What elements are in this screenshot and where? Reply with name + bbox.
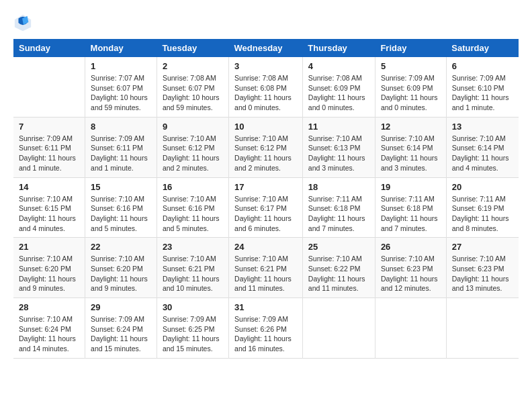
day-info: Sunrise: 7:10 AM Sunset: 6:17 PM Dayligh… <box>234 194 297 234</box>
calendar-cell: 23Sunrise: 7:10 AM Sunset: 6:21 PM Dayli… <box>157 238 228 298</box>
day-info: Sunrise: 7:09 AM Sunset: 6:11 PM Dayligh… <box>91 134 151 173</box>
calendar-cell <box>302 298 375 359</box>
calendar-cell <box>446 298 519 359</box>
calendar-cell: 26Sunrise: 7:10 AM Sunset: 6:23 PM Dayli… <box>375 238 446 298</box>
day-number: 23 <box>163 242 223 252</box>
day-number: 18 <box>308 182 369 192</box>
calendar-cell: 17Sunrise: 7:10 AM Sunset: 6:17 PM Dayli… <box>229 177 303 238</box>
day-info: Sunrise: 7:10 AM Sunset: 6:14 PM Dayligh… <box>452 134 513 173</box>
day-info: Sunrise: 7:10 AM Sunset: 6:14 PM Dayligh… <box>381 134 441 173</box>
calendar-cell: 4Sunrise: 7:08 AM Sunset: 6:09 PM Daylig… <box>302 57 375 117</box>
calendar-header: SundayMondayTuesdayWednesdayThursdayFrid… <box>13 39 519 57</box>
calendar-cell: 29Sunrise: 7:09 AM Sunset: 6:24 PM Dayli… <box>85 298 157 359</box>
day-info: Sunrise: 7:09 AM Sunset: 6:09 PM Dayligh… <box>381 73 441 113</box>
day-info: Sunrise: 7:10 AM Sunset: 6:15 PM Dayligh… <box>19 194 79 234</box>
day-info: Sunrise: 7:09 AM Sunset: 6:25 PM Dayligh… <box>163 314 223 354</box>
day-number: 2 <box>163 61 223 71</box>
calendar-cell: 24Sunrise: 7:10 AM Sunset: 6:21 PM Dayli… <box>229 238 303 298</box>
day-info: Sunrise: 7:09 AM Sunset: 6:10 PM Dayligh… <box>452 73 513 113</box>
day-number: 10 <box>234 122 297 132</box>
day-info: Sunrise: 7:10 AM Sunset: 6:16 PM Dayligh… <box>91 194 151 234</box>
calendar-cell: 12Sunrise: 7:10 AM Sunset: 6:14 PM Dayli… <box>375 117 446 177</box>
calendar-cell <box>13 57 85 117</box>
day-info: Sunrise: 7:10 AM Sunset: 6:24 PM Dayligh… <box>19 314 79 354</box>
day-number: 28 <box>19 302 79 312</box>
day-number: 14 <box>19 182 79 192</box>
calendar-cell: 8Sunrise: 7:09 AM Sunset: 6:11 PM Daylig… <box>85 117 157 177</box>
day-number: 22 <box>91 242 151 252</box>
day-info: Sunrise: 7:08 AM Sunset: 6:09 PM Dayligh… <box>308 73 369 113</box>
day-number: 19 <box>381 182 441 192</box>
calendar-cell: 9Sunrise: 7:10 AM Sunset: 6:12 PM Daylig… <box>157 117 228 177</box>
day-number: 7 <box>19 122 79 132</box>
logo-icon <box>13 13 32 32</box>
col-header-tuesday: Tuesday <box>157 39 228 57</box>
day-number: 24 <box>234 242 297 252</box>
day-number: 30 <box>163 302 223 312</box>
day-info: Sunrise: 7:11 AM Sunset: 6:18 PM Dayligh… <box>308 194 369 234</box>
day-info: Sunrise: 7:11 AM Sunset: 6:19 PM Dayligh… <box>452 194 513 234</box>
day-number: 26 <box>381 242 441 252</box>
calendar-cell: 1Sunrise: 7:07 AM Sunset: 6:07 PM Daylig… <box>85 57 157 117</box>
day-number: 6 <box>452 61 513 71</box>
week-row: 14Sunrise: 7:10 AM Sunset: 6:15 PM Dayli… <box>13 177 519 238</box>
page-header <box>13 13 519 32</box>
calendar-cell: 7Sunrise: 7:09 AM Sunset: 6:11 PM Daylig… <box>13 117 85 177</box>
calendar-cell: 13Sunrise: 7:10 AM Sunset: 6:14 PM Dayli… <box>446 117 519 177</box>
col-header-thursday: Thursday <box>302 39 375 57</box>
day-number: 9 <box>163 122 223 132</box>
day-info: Sunrise: 7:10 AM Sunset: 6:12 PM Dayligh… <box>234 134 297 173</box>
col-header-saturday: Saturday <box>446 39 519 57</box>
day-number: 29 <box>91 302 151 312</box>
day-info: Sunrise: 7:10 AM Sunset: 6:21 PM Dayligh… <box>163 254 223 293</box>
day-number: 16 <box>163 182 223 192</box>
calendar-cell: 10Sunrise: 7:10 AM Sunset: 6:12 PM Dayli… <box>229 117 303 177</box>
day-number: 20 <box>452 182 513 192</box>
day-info: Sunrise: 7:10 AM Sunset: 6:20 PM Dayligh… <box>91 254 151 293</box>
calendar-cell: 20Sunrise: 7:11 AM Sunset: 6:19 PM Dayli… <box>446 177 519 238</box>
calendar-cell: 22Sunrise: 7:10 AM Sunset: 6:20 PM Dayli… <box>85 238 157 298</box>
week-row: 28Sunrise: 7:10 AM Sunset: 6:24 PM Dayli… <box>13 298 519 359</box>
day-info: Sunrise: 7:10 AM Sunset: 6:20 PM Dayligh… <box>19 254 79 293</box>
calendar-cell: 28Sunrise: 7:10 AM Sunset: 6:24 PM Dayli… <box>13 298 85 359</box>
day-number: 12 <box>381 122 441 132</box>
calendar-cell: 31Sunrise: 7:09 AM Sunset: 6:26 PM Dayli… <box>229 298 303 359</box>
day-number: 8 <box>91 122 151 132</box>
day-number: 1 <box>91 61 151 71</box>
day-number: 21 <box>19 242 79 252</box>
logo <box>13 13 35 32</box>
calendar-cell: 16Sunrise: 7:10 AM Sunset: 6:16 PM Dayli… <box>157 177 228 238</box>
day-number: 13 <box>452 122 513 132</box>
calendar-cell: 11Sunrise: 7:10 AM Sunset: 6:13 PM Dayli… <box>302 117 375 177</box>
day-info: Sunrise: 7:11 AM Sunset: 6:18 PM Dayligh… <box>381 194 441 234</box>
day-number: 5 <box>381 61 441 71</box>
col-header-monday: Monday <box>85 39 157 57</box>
day-info: Sunrise: 7:09 AM Sunset: 6:24 PM Dayligh… <box>91 314 151 354</box>
calendar-cell: 3Sunrise: 7:08 AM Sunset: 6:08 PM Daylig… <box>229 57 303 117</box>
day-number: 15 <box>91 182 151 192</box>
day-number: 17 <box>234 182 297 192</box>
day-info: Sunrise: 7:10 AM Sunset: 6:23 PM Dayligh… <box>381 254 441 293</box>
col-header-friday: Friday <box>375 39 446 57</box>
day-info: Sunrise: 7:09 AM Sunset: 6:26 PM Dayligh… <box>234 314 297 354</box>
calendar-table: SundayMondayTuesdayWednesdayThursdayFrid… <box>13 39 519 359</box>
day-info: Sunrise: 7:07 AM Sunset: 6:07 PM Dayligh… <box>91 73 151 113</box>
day-info: Sunrise: 7:10 AM Sunset: 6:16 PM Dayligh… <box>163 194 223 234</box>
day-info: Sunrise: 7:10 AM Sunset: 6:23 PM Dayligh… <box>452 254 513 293</box>
day-number: 31 <box>234 302 297 312</box>
calendar-cell: 15Sunrise: 7:10 AM Sunset: 6:16 PM Dayli… <box>85 177 157 238</box>
calendar-cell: 14Sunrise: 7:10 AM Sunset: 6:15 PM Dayli… <box>13 177 85 238</box>
day-number: 25 <box>308 242 369 252</box>
week-row: 21Sunrise: 7:10 AM Sunset: 6:20 PM Dayli… <box>13 238 519 298</box>
calendar-cell: 19Sunrise: 7:11 AM Sunset: 6:18 PM Dayli… <box>375 177 446 238</box>
calendar-cell: 18Sunrise: 7:11 AM Sunset: 6:18 PM Dayli… <box>302 177 375 238</box>
day-info: Sunrise: 7:10 AM Sunset: 6:12 PM Dayligh… <box>163 134 223 173</box>
calendar-cell: 30Sunrise: 7:09 AM Sunset: 6:25 PM Dayli… <box>157 298 228 359</box>
calendar-cell: 5Sunrise: 7:09 AM Sunset: 6:09 PM Daylig… <box>375 57 446 117</box>
calendar-cell: 27Sunrise: 7:10 AM Sunset: 6:23 PM Dayli… <box>446 238 519 298</box>
day-number: 27 <box>452 242 513 252</box>
day-number: 11 <box>308 122 369 132</box>
col-header-sunday: Sunday <box>13 39 85 57</box>
day-number: 4 <box>308 61 369 71</box>
calendar-cell: 2Sunrise: 7:08 AM Sunset: 6:07 PM Daylig… <box>157 57 228 117</box>
